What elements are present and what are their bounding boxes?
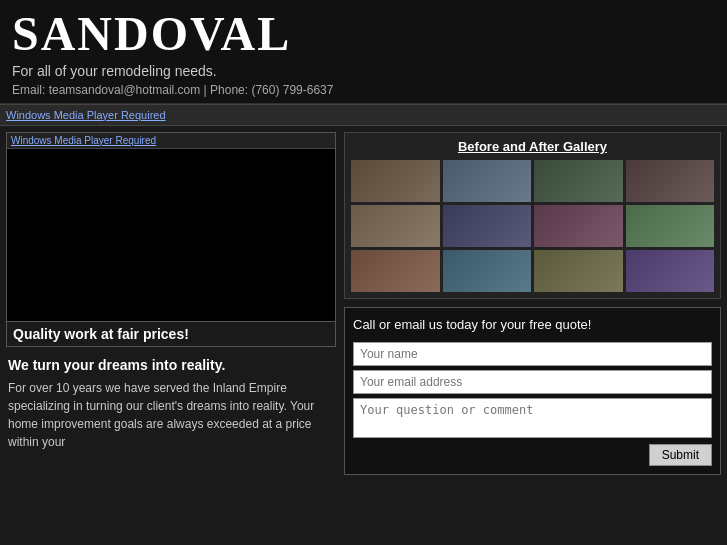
site-tagline: For all of your remodeling needs. (12, 63, 715, 79)
main-content: Windows Media Player Required Quality wo… (0, 126, 727, 481)
right-column: Before and After Gallery Call or email u… (344, 132, 721, 475)
gallery-thumb[interactable] (626, 160, 715, 202)
gallery-thumb[interactable] (534, 160, 623, 202)
body-heading: We turn your dreams into reality. (8, 357, 334, 373)
gallery-thumb[interactable] (626, 250, 715, 292)
comment-input[interactable] (353, 398, 712, 438)
gallery-thumb[interactable] (443, 205, 532, 247)
body-text: We turn your dreams into reality. For ov… (6, 357, 336, 451)
site-header: SANDOVAL For all of your remodeling need… (0, 0, 727, 104)
quote-title: Call or email us today for your free quo… (353, 316, 712, 334)
gallery-section: Before and After Gallery (344, 132, 721, 299)
nav-link-media[interactable]: Windows Media Player Required (6, 109, 166, 121)
name-input[interactable] (353, 342, 712, 366)
gallery-thumb[interactable] (534, 250, 623, 292)
video-player[interactable]: Windows Media Player Required (6, 132, 336, 322)
gallery-title: Before and After Gallery (351, 139, 714, 154)
quote-section: Call or email us today for your free quo… (344, 307, 721, 475)
body-paragraph: For over 10 years we have served the Inl… (8, 379, 334, 451)
gallery-thumb[interactable] (443, 160, 532, 202)
contact-info: Email: teamsandoval@hotmail.com | Phone:… (12, 83, 715, 97)
gallery-thumb[interactable] (351, 250, 440, 292)
video-link[interactable]: Windows Media Player Required (11, 135, 156, 146)
site-title: SANDOVAL (12, 8, 715, 61)
gallery-thumb[interactable] (351, 160, 440, 202)
gallery-thumb[interactable] (534, 205, 623, 247)
quality-tagline: Quality work at fair prices! (6, 322, 336, 347)
video-topbar: Windows Media Player Required (7, 133, 335, 149)
video-screen (7, 149, 335, 321)
gallery-thumb[interactable] (443, 250, 532, 292)
left-column: Windows Media Player Required Quality wo… (6, 132, 336, 475)
gallery-grid (351, 160, 714, 292)
submit-button[interactable]: Submit (649, 444, 712, 466)
gallery-thumb[interactable] (351, 205, 440, 247)
navbar: Windows Media Player Required (0, 104, 727, 126)
email-input[interactable] (353, 370, 712, 394)
gallery-thumb[interactable] (626, 205, 715, 247)
